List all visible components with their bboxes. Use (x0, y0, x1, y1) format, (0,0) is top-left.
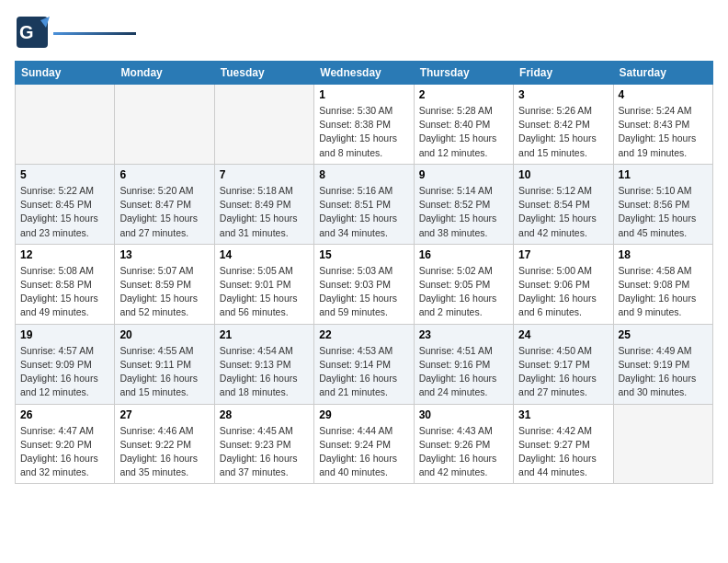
day-info: Sunrise: 5:16 AM Sunset: 8:51 PM Dayligh… (319, 184, 408, 240)
calendar-week-row: 19Sunrise: 4:57 AM Sunset: 9:09 PM Dayli… (16, 324, 713, 404)
calendar-cell: 3Sunrise: 5:26 AM Sunset: 8:42 PM Daylig… (514, 85, 613, 165)
day-info: Sunrise: 4:50 AM Sunset: 9:17 PM Dayligh… (518, 344, 608, 400)
day-number: 3 (518, 88, 608, 101)
day-number: 19 (20, 328, 109, 341)
calendar-cell: 17Sunrise: 5:00 AM Sunset: 9:06 PM Dayli… (514, 244, 613, 324)
day-info: Sunrise: 5:12 AM Sunset: 8:54 PM Dayligh… (518, 184, 608, 240)
svg-text:G: G (19, 22, 34, 42)
weekday-header-saturday: Saturday (613, 62, 712, 85)
day-number: 25 (619, 328, 708, 341)
day-info: Sunrise: 5:02 AM Sunset: 9:05 PM Dayligh… (419, 264, 508, 320)
calendar-cell: 24Sunrise: 4:50 AM Sunset: 9:17 PM Dayli… (514, 324, 613, 404)
calendar-cell: 2Sunrise: 5:28 AM Sunset: 8:40 PM Daylig… (414, 85, 513, 165)
day-info: Sunrise: 4:57 AM Sunset: 9:09 PM Dayligh… (20, 344, 109, 400)
calendar-cell: 16Sunrise: 5:02 AM Sunset: 9:05 PM Dayli… (414, 244, 513, 324)
calendar-cell: 12Sunrise: 5:08 AM Sunset: 8:58 PM Dayli… (16, 244, 115, 324)
day-number: 23 (419, 328, 508, 341)
day-number: 14 (220, 248, 309, 261)
calendar-cell: 4Sunrise: 5:24 AM Sunset: 8:43 PM Daylig… (613, 85, 712, 165)
day-number: 30 (419, 408, 508, 421)
day-info: Sunrise: 5:18 AM Sunset: 8:49 PM Dayligh… (220, 184, 309, 240)
day-number: 16 (419, 248, 508, 261)
day-number: 24 (518, 328, 608, 341)
calendar-cell: 31Sunrise: 4:42 AM Sunset: 9:27 PM Dayli… (514, 404, 613, 484)
day-info: Sunrise: 5:30 AM Sunset: 8:38 PM Dayligh… (319, 104, 408, 160)
calendar-cell: 18Sunrise: 4:58 AM Sunset: 9:08 PM Dayli… (613, 244, 712, 324)
day-number: 1 (319, 88, 408, 101)
day-info: Sunrise: 4:47 AM Sunset: 9:20 PM Dayligh… (20, 424, 109, 480)
day-info: Sunrise: 5:07 AM Sunset: 8:59 PM Dayligh… (119, 264, 209, 320)
calendar-cell: 28Sunrise: 4:45 AM Sunset: 9:23 PM Dayli… (214, 404, 313, 484)
day-info: Sunrise: 5:00 AM Sunset: 9:06 PM Dayligh… (518, 264, 608, 320)
day-info: Sunrise: 5:24 AM Sunset: 8:43 PM Dayligh… (619, 104, 708, 160)
calendar-cell: 21Sunrise: 4:54 AM Sunset: 9:13 PM Dayli… (214, 324, 313, 404)
day-number: 6 (119, 168, 209, 181)
day-info: Sunrise: 4:42 AM Sunset: 9:27 PM Dayligh… (518, 424, 608, 480)
day-info: Sunrise: 4:55 AM Sunset: 9:11 PM Dayligh… (119, 344, 209, 400)
calendar-cell: 7Sunrise: 5:18 AM Sunset: 8:49 PM Daylig… (214, 164, 313, 244)
day-number: 31 (518, 408, 608, 421)
day-number: 28 (220, 408, 309, 421)
day-info: Sunrise: 5:03 AM Sunset: 9:03 PM Dayligh… (319, 264, 408, 320)
calendar-cell (613, 404, 712, 484)
weekday-header-tuesday: Tuesday (214, 62, 313, 85)
day-info: Sunrise: 5:14 AM Sunset: 8:52 PM Dayligh… (419, 184, 508, 240)
day-number: 9 (419, 168, 508, 181)
day-number: 17 (518, 248, 608, 261)
calendar-cell: 5Sunrise: 5:22 AM Sunset: 8:45 PM Daylig… (16, 164, 115, 244)
calendar-cell: 20Sunrise: 4:55 AM Sunset: 9:11 PM Dayli… (115, 324, 214, 404)
day-number: 29 (319, 408, 408, 421)
day-number: 12 (20, 248, 109, 261)
day-number: 20 (119, 328, 209, 341)
calendar-cell: 26Sunrise: 4:47 AM Sunset: 9:20 PM Dayli… (16, 404, 115, 484)
weekday-header-thursday: Thursday (414, 62, 513, 85)
calendar-cell: 25Sunrise: 4:49 AM Sunset: 9:19 PM Dayli… (613, 324, 712, 404)
calendar-cell: 9Sunrise: 5:14 AM Sunset: 8:52 PM Daylig… (414, 164, 513, 244)
day-number: 8 (319, 168, 408, 181)
day-number: 26 (20, 408, 109, 421)
weekday-header-monday: Monday (115, 62, 214, 85)
calendar-cell: 13Sunrise: 5:07 AM Sunset: 8:59 PM Dayli… (115, 244, 214, 324)
calendar-cell: 1Sunrise: 5:30 AM Sunset: 8:38 PM Daylig… (314, 85, 414, 165)
day-info: Sunrise: 4:49 AM Sunset: 9:19 PM Dayligh… (619, 344, 708, 400)
day-number: 21 (220, 328, 309, 341)
day-info: Sunrise: 4:43 AM Sunset: 9:26 PM Dayligh… (419, 424, 508, 480)
day-info: Sunrise: 4:45 AM Sunset: 9:23 PM Dayligh… (220, 424, 309, 480)
day-info: Sunrise: 5:05 AM Sunset: 9:01 PM Dayligh… (220, 264, 309, 320)
calendar-cell: 23Sunrise: 4:51 AM Sunset: 9:16 PM Dayli… (414, 324, 513, 404)
calendar-week-row: 1Sunrise: 5:30 AM Sunset: 8:38 PM Daylig… (16, 85, 713, 165)
calendar-week-row: 12Sunrise: 5:08 AM Sunset: 8:58 PM Dayli… (16, 244, 713, 324)
day-info: Sunrise: 5:28 AM Sunset: 8:40 PM Dayligh… (419, 104, 508, 160)
calendar-cell: 8Sunrise: 5:16 AM Sunset: 8:51 PM Daylig… (314, 164, 414, 244)
day-info: Sunrise: 5:22 AM Sunset: 8:45 PM Dayligh… (20, 184, 109, 240)
calendar-cell: 14Sunrise: 5:05 AM Sunset: 9:01 PM Dayli… (214, 244, 313, 324)
day-number: 5 (20, 168, 109, 181)
day-number: 22 (319, 328, 408, 341)
day-number: 7 (220, 168, 309, 181)
day-info: Sunrise: 4:51 AM Sunset: 9:16 PM Dayligh… (419, 344, 508, 400)
weekday-header-wednesday: Wednesday (314, 62, 414, 85)
day-number: 11 (619, 168, 708, 181)
calendar-cell: 11Sunrise: 5:10 AM Sunset: 8:56 PM Dayli… (613, 164, 712, 244)
calendar-cell (115, 85, 214, 165)
calendar-cell: 6Sunrise: 5:20 AM Sunset: 8:47 PM Daylig… (115, 164, 214, 244)
day-number: 18 (619, 248, 708, 261)
calendar-cell: 22Sunrise: 4:53 AM Sunset: 9:14 PM Dayli… (314, 324, 414, 404)
day-number: 15 (319, 248, 408, 261)
calendar-cell (16, 85, 115, 165)
day-info: Sunrise: 4:46 AM Sunset: 9:22 PM Dayligh… (119, 424, 209, 480)
day-info: Sunrise: 5:10 AM Sunset: 8:56 PM Dayligh… (619, 184, 708, 240)
page-header: G (15, 15, 713, 50)
calendar-cell: 19Sunrise: 4:57 AM Sunset: 9:09 PM Dayli… (16, 324, 115, 404)
calendar-cell: 10Sunrise: 5:12 AM Sunset: 8:54 PM Dayli… (514, 164, 613, 244)
day-info: Sunrise: 5:20 AM Sunset: 8:47 PM Dayligh… (119, 184, 209, 240)
calendar-week-row: 5Sunrise: 5:22 AM Sunset: 8:45 PM Daylig… (16, 164, 713, 244)
day-info: Sunrise: 5:08 AM Sunset: 8:58 PM Dayligh… (20, 264, 109, 320)
day-info: Sunrise: 4:44 AM Sunset: 9:24 PM Dayligh… (319, 424, 408, 480)
day-number: 27 (119, 408, 209, 421)
day-number: 13 (119, 248, 209, 261)
calendar-cell: 29Sunrise: 4:44 AM Sunset: 9:24 PM Dayli… (314, 404, 414, 484)
weekday-header-friday: Friday (514, 62, 613, 85)
calendar-cell: 27Sunrise: 4:46 AM Sunset: 9:22 PM Dayli… (115, 404, 214, 484)
day-number: 2 (419, 88, 508, 101)
